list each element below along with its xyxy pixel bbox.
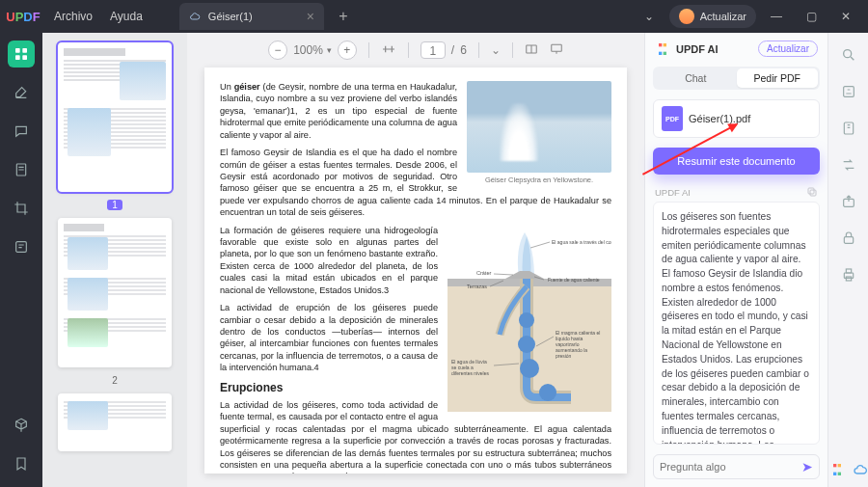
svg-point-13: [539, 384, 556, 401]
page-total: 6: [460, 43, 467, 57]
presentation-icon[interactable]: [550, 42, 563, 59]
figure-caption: Géiser Clepsydra en Yellowstone.: [467, 176, 611, 185]
svg-rect-22: [808, 188, 814, 194]
left-tool-rail: [0, 33, 42, 487]
ai-response-label: UPDF AI: [655, 187, 691, 198]
document-viewer: − 100%▾ + 1 / 6 ⌄ Géiser Clepsydra en Ye…: [187, 33, 644, 487]
send-icon[interactable]: ➤: [801, 459, 813, 474]
cloud-shortcut-icon[interactable]: [853, 462, 868, 479]
ai-ask-box: ➤: [653, 454, 820, 479]
edit-tool-icon[interactable]: [8, 79, 35, 106]
svg-rect-30: [846, 277, 851, 281]
zoom-value: 100%: [293, 43, 323, 57]
print-icon[interactable]: [836, 262, 861, 287]
right-tool-rail: [827, 33, 868, 487]
maximize-button[interactable]: ▢: [797, 2, 826, 31]
svg-point-10: [519, 312, 534, 328]
page-tool-icon[interactable]: [8, 156, 35, 183]
read-mode-icon[interactable]: [525, 42, 538, 59]
svg-point-23: [843, 50, 851, 58]
search-icon[interactable]: [836, 42, 861, 68]
separator: [512, 42, 513, 58]
svg-line-16: [494, 274, 513, 275]
new-tab-button[interactable]: +: [334, 8, 353, 25]
ai-summary-text: Los géiseres son fuentes hidrotermales e…: [653, 202, 820, 445]
ai-tabs: Chat Pedir PDF: [653, 67, 820, 90]
figure-photo: Géiser Clepsydra en Yellowstone.: [467, 81, 611, 185]
form-tool-icon[interactable]: [8, 233, 35, 260]
diagram-label: Terrazas: [467, 284, 487, 289]
protect-icon[interactable]: [836, 226, 861, 251]
chevron-down-icon[interactable]: ⌄: [635, 2, 664, 31]
svg-point-12: [520, 359, 539, 378]
viewer-toolbar: − 100%▾ + 1 / 6 ⌄: [187, 33, 644, 68]
ai-update-button[interactable]: Actualizar: [758, 41, 818, 57]
summarize-button[interactable]: Resumir este documento: [653, 148, 820, 175]
update-account-button[interactable]: Actualizar: [669, 5, 756, 28]
compress-icon[interactable]: [836, 116, 861, 141]
page-sep: /: [451, 43, 454, 57]
svg-rect-25: [844, 122, 853, 134]
figure-diagram: El agua sale a través del cono a interva…: [448, 229, 611, 415]
zoom-out-button[interactable]: −: [268, 41, 287, 60]
pdf-icon: PDF: [662, 106, 683, 131]
document-tab[interactable]: Géiser(1) ×: [179, 3, 324, 30]
page-number-2: 2: [112, 375, 118, 386]
svg-rect-2: [15, 55, 20, 60]
convert-icon[interactable]: [836, 152, 861, 177]
share-icon[interactable]: [836, 189, 861, 214]
zoom-level[interactable]: 100%▾: [293, 43, 332, 57]
ai-tab-pedir[interactable]: Pedir PDF: [737, 68, 819, 88]
page-thumbnail-1[interactable]: [58, 42, 172, 192]
zoom-in-button[interactable]: +: [338, 41, 357, 60]
thumbnails-tool-icon[interactable]: [8, 41, 35, 68]
page-thumbnail-2[interactable]: [58, 218, 172, 367]
svg-rect-29: [846, 269, 851, 273]
page-content[interactable]: Géiser Clepsydra en Yellowstone. Un géis…: [204, 68, 627, 473]
app-logo: UPDF: [0, 10, 46, 24]
menu-help[interactable]: Ayuda: [110, 10, 143, 23]
ai-shortcut-icon[interactable]: [829, 462, 845, 479]
svg-rect-21: [810, 190, 816, 196]
update-label: Actualizar: [700, 11, 746, 22]
crop-tool-icon[interactable]: [8, 195, 35, 222]
chevron-down-icon: ▾: [327, 45, 332, 55]
separator: [368, 42, 369, 58]
separator: [478, 42, 479, 58]
svg-rect-7: [552, 44, 562, 51]
ai-panel: UPDF AI Actualizar Chat Pedir PDF PDF Gé…: [644, 33, 827, 487]
minimize-button[interactable]: ―: [762, 2, 791, 31]
fit-width-icon[interactable]: [381, 41, 396, 60]
scroll-down-icon[interactable]: ⌄: [491, 43, 501, 57]
svg-rect-24: [843, 87, 854, 97]
ai-ask-input[interactable]: [660, 461, 796, 473]
ocr-icon[interactable]: [836, 79, 861, 104]
page-thumbnail-3[interactable]: [58, 393, 172, 451]
svg-rect-0: [15, 48, 20, 53]
ai-logo-icon: [655, 41, 670, 57]
page-number-1: 1: [107, 200, 122, 210]
separator: [408, 42, 409, 58]
svg-rect-5: [16, 242, 27, 253]
svg-point-11: [518, 336, 535, 353]
svg-line-15: [530, 242, 550, 248]
svg-rect-1: [22, 48, 27, 53]
diagram-label: Cráter: [476, 270, 491, 276]
diagram-label: Fuente de agua caliente: [548, 277, 600, 283]
cloud-icon: [189, 11, 201, 22]
ai-file-chip[interactable]: PDF Géiser(1).pdf: [653, 99, 820, 138]
svg-rect-27: [844, 237, 853, 244]
copy-icon[interactable]: [806, 186, 818, 198]
close-window-button[interactable]: ✕: [831, 2, 860, 31]
bookmark-icon[interactable]: [8, 450, 35, 477]
ai-panel-title: UPDF AI: [676, 43, 752, 55]
titlebar: UPDF Archivo Ayuda Géiser(1) × + ⌄ Actua…: [0, 0, 868, 33]
close-tab-icon[interactable]: ×: [307, 9, 314, 24]
plugins-icon[interactable]: [8, 412, 35, 439]
menu-file[interactable]: Archivo: [54, 10, 93, 23]
ai-tab-chat[interactable]: Chat: [655, 68, 737, 88]
tab-title: Géiser(1): [208, 11, 253, 22]
page-current-input[interactable]: 1: [420, 41, 446, 59]
thumbnails-panel: 1 2: [42, 33, 187, 487]
comment-tool-icon[interactable]: [8, 118, 35, 145]
